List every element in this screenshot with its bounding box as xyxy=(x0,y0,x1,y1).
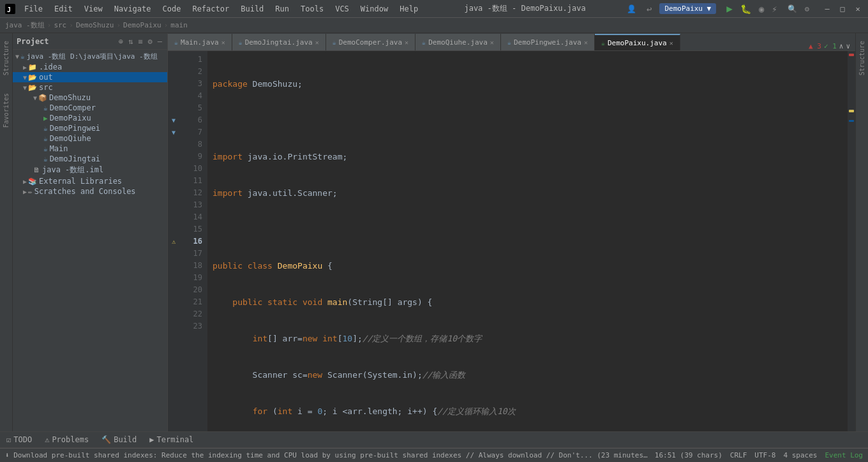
close-button[interactable]: ✕ xyxy=(853,4,863,14)
structure-tab-right[interactable]: Structure xyxy=(857,38,867,78)
breadcrumb-package[interactable]: DemoShuzu xyxy=(76,21,114,29)
tree-item-main[interactable]: ☕ Main xyxy=(13,144,167,154)
add-icon[interactable]: ⊕ xyxy=(117,36,124,47)
breadcrumb-project[interactable]: java -数组 xyxy=(5,20,45,30)
menu-edit[interactable]: Edit xyxy=(49,3,78,15)
build-icon: 🔨 xyxy=(101,435,111,444)
breadcrumb-method[interactable]: main xyxy=(170,21,188,29)
line-numbers: 1 2 3 4 5 6 7 8 9 10 11 12 13 14 15 16 1 xyxy=(179,51,207,431)
code-editor[interactable]: package DemoShuzu; import java.io.PrintS… xyxy=(207,51,848,431)
tree-root[interactable]: ▼ ☕ java -数组 D:\java项目\java -数组 xyxy=(13,51,167,62)
settings-icon[interactable]: ⚙ xyxy=(805,4,809,13)
cursor-position: 16:51 (39 chars) xyxy=(655,451,722,459)
ln-22: 22 xyxy=(179,308,207,320)
branch-selector[interactable]: DemoPaixu ▼ xyxy=(659,3,716,14)
charset[interactable]: UTF-8 xyxy=(754,451,775,459)
breadcrumb: java -数组 › src › DemoShuzu › DemoPaixu ›… xyxy=(0,18,868,33)
build-tab[interactable]: 🔨 Build xyxy=(95,431,143,448)
scroll-indicator-panel[interactable] xyxy=(848,51,855,431)
bottom-tabs: ☑ TODO ⚠ Problems 🔨 Build ▶ Terminal xyxy=(0,431,868,448)
tab-close-democomper[interactable]: ✕ xyxy=(405,39,408,46)
menu-navigate[interactable]: Navigate xyxy=(109,3,156,15)
gutter-6: ▼ xyxy=(168,114,179,126)
gutter-7: ▼ xyxy=(168,126,179,138)
tree-item-idea[interactable]: ▶ 📁 .idea xyxy=(13,62,167,72)
window-title: java -数组 - DemoPaixu.java xyxy=(423,3,627,14)
gutter-12 xyxy=(168,187,179,199)
status-right: 16:51 (39 chars) CRLF UTF-8 4 spaces Eve… xyxy=(655,451,863,459)
maximize-button[interactable]: □ xyxy=(837,4,848,14)
tab-democomper[interactable]: ☕ DemoComper.java ✕ xyxy=(326,34,415,50)
favorites-tab[interactable]: Favorites xyxy=(1,91,11,130)
gutter-18 xyxy=(168,260,179,272)
tree-item-democomper[interactable]: ☕ DemoComper xyxy=(13,103,167,113)
menu-run[interactable]: Run xyxy=(270,3,294,15)
tree-item-demojingtai[interactable]: ☕ DemoJingtai xyxy=(13,154,167,164)
ln-14: 14 xyxy=(179,211,207,223)
event-log[interactable]: Event Log xyxy=(825,451,863,459)
settings-icon[interactable]: ⚙ xyxy=(147,36,154,47)
indent[interactable]: 4 spaces xyxy=(783,451,817,459)
tab-close-demoqiuhe[interactable]: ✕ xyxy=(490,39,494,46)
problems-tab[interactable]: ⚠ Problems xyxy=(38,431,95,448)
breadcrumb-src[interactable]: src xyxy=(54,21,66,29)
structure-tab-left[interactable]: Structure xyxy=(1,38,11,78)
menu-file[interactable]: File xyxy=(19,3,48,15)
ln-11: 11 xyxy=(179,175,207,187)
sort-icon[interactable]: ≡ xyxy=(137,36,144,47)
menu-refactor[interactable]: Refactor xyxy=(187,3,234,15)
tab-demojingtai[interactable]: ☕ DemoJingtai.java ✕ xyxy=(232,34,326,50)
tab-demopaixu[interactable]: ☕ DemoPaixu.java ✕ xyxy=(595,34,680,50)
left-side-panel: Structure Favorites xyxy=(0,33,13,431)
terminal-tab[interactable]: ▶ Terminal xyxy=(143,431,200,448)
tree-item-src[interactable]: ▼ 📂 src xyxy=(13,82,167,93)
sync-icon[interactable]: ⇅ xyxy=(127,36,134,47)
profile-button[interactable]: ⚡ xyxy=(772,4,777,14)
close-panel-icon[interactable]: — xyxy=(156,36,163,47)
menu-vcs[interactable]: VCS xyxy=(330,3,354,15)
project-label: Project xyxy=(17,37,115,46)
gutter-4 xyxy=(168,90,179,102)
ln-7: 7 xyxy=(179,126,207,138)
tab-demopingwei[interactable]: ☕ DemoPingwei.java ✕ xyxy=(501,34,595,50)
code-area[interactable]: ▼ ▼ ⚠ xyxy=(168,51,855,431)
tree-item-demoqiuhe[interactable]: ☕ DemoQiuhe xyxy=(13,133,167,144)
search-icon[interactable]: 🔍 xyxy=(788,4,797,13)
code-line-4: import java.util.Scanner; xyxy=(213,187,842,199)
menu-help[interactable]: Help xyxy=(394,3,423,15)
tab-close-main[interactable]: ✕ xyxy=(221,39,225,46)
menu-window[interactable]: Window xyxy=(355,3,393,15)
tab-close-demopingwei[interactable]: ✕ xyxy=(584,39,588,46)
menu-tools[interactable]: Tools xyxy=(296,3,329,15)
tab-demoqiuhe[interactable]: ☕ DemoQiuhe.java ✕ xyxy=(415,34,501,50)
menu-code[interactable]: Code xyxy=(158,3,186,15)
tab-close-demopaixu[interactable]: ✕ xyxy=(670,40,673,47)
error-indicator xyxy=(849,54,854,56)
tree-item-demopingwei[interactable]: ☕ DemoPingwei xyxy=(13,123,167,133)
tree-item-demoshuzu[interactable]: ▼ 📦 DemoShuzu xyxy=(13,93,167,103)
gutter-2 xyxy=(168,66,179,78)
tree-item-external-libs[interactable]: ▶ 📚 External Libraries xyxy=(13,176,167,186)
tree-item-out[interactable]: ▼ 📂 out xyxy=(13,72,167,82)
ln-5: 5 xyxy=(179,102,207,114)
menu-view[interactable]: View xyxy=(79,3,108,15)
tab-close-demojingtai[interactable]: ✕ xyxy=(315,39,319,46)
collapse-icon[interactable]: ∨ xyxy=(846,42,850,50)
tab-main[interactable]: ☕ Main.java ✕ xyxy=(168,34,232,50)
todo-tab[interactable]: ☑ TODO xyxy=(0,431,38,448)
line-ending[interactable]: CRLF xyxy=(730,451,747,459)
run-button[interactable]: ▶ xyxy=(726,3,733,15)
minimize-button[interactable]: — xyxy=(822,4,832,14)
ln-21: 21 xyxy=(179,296,207,308)
code-line-1: package DemoShuzu; xyxy=(213,78,842,90)
gutter-3 xyxy=(168,78,179,90)
tree-item-iml[interactable]: 🗎 java -数组.iml xyxy=(13,164,167,176)
project-panel: Project ⊕ ⇅ ≡ ⚙ — ▼ ☕ java -数组 D:\java项目… xyxy=(13,33,168,431)
debug-button[interactable]: 🐛 xyxy=(740,4,751,14)
menu-build[interactable]: Build xyxy=(236,3,269,15)
breadcrumb-class[interactable]: DemoPaixu xyxy=(123,21,161,29)
expand-icon[interactable]: ∧ xyxy=(839,42,844,50)
coverage-button[interactable]: ◉ xyxy=(759,4,764,14)
tree-item-demopaixu[interactable]: ▶ DemoPaixu xyxy=(13,113,167,123)
tree-item-scratches[interactable]: ▶ ✏ Scratches and Consoles xyxy=(13,186,167,197)
